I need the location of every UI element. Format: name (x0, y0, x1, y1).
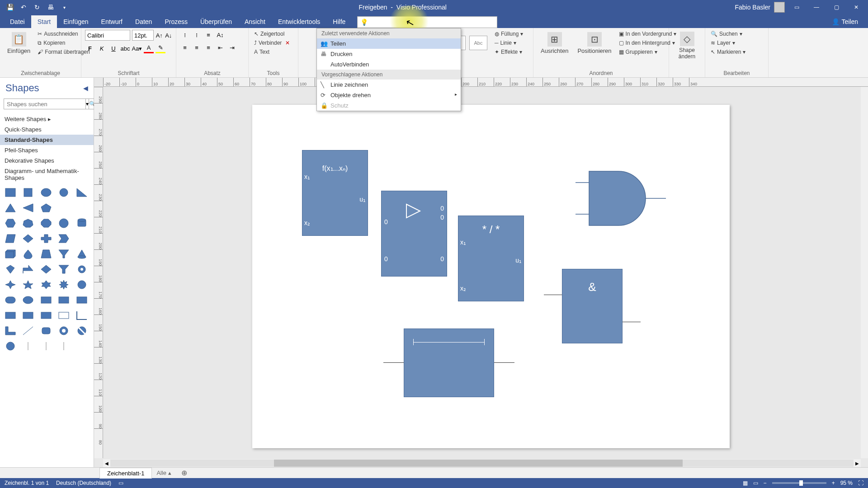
shape-diamond2[interactable] (39, 263, 53, 275)
shape-gear[interactable] (75, 263, 89, 275)
align-top-button[interactable]: ⫶ (180, 30, 190, 40)
underline-button[interactable]: U (108, 43, 118, 53)
highlight-button[interactable]: ✎ (156, 43, 165, 53)
cat-more-shapes[interactable]: Weitere Shapes ▸ (0, 114, 94, 124)
font-name-select[interactable] (85, 30, 130, 41)
shape-line1[interactable] (21, 340, 35, 352)
shape-cone[interactable] (75, 248, 89, 260)
bullets-button[interactable]: ≡ (203, 30, 213, 40)
position-button[interactable]: ⊡ Positionieren (574, 30, 615, 56)
shape-diag[interactable] (21, 325, 35, 337)
shapes-search-dropdown[interactable]: ▾ (86, 99, 89, 109)
shape-kite[interactable] (4, 263, 17, 275)
fill-button[interactable]: ◍Füllung ▾ (493, 30, 525, 38)
scroll-right-icon[interactable]: ▶ (854, 460, 861, 467)
change-shape-button[interactable]: ◇ Shape ändern (673, 30, 701, 61)
share-button[interactable]: 👤 Teilen (827, 15, 863, 28)
shape-parallelogram[interactable] (4, 233, 17, 244)
sheet-all[interactable]: Alle ▴ (152, 468, 175, 478)
zoom-value[interactable]: 95 % (840, 480, 853, 486)
shape-circle[interactable] (57, 187, 71, 198)
shape-star5[interactable] (21, 279, 35, 291)
shape-bevel2[interactable] (21, 310, 35, 321)
shape-cross[interactable] (39, 233, 53, 244)
dd-item-drucken[interactable]: 🖶Drucken (317, 49, 461, 59)
align-middle-button[interactable]: ⫶ (192, 30, 202, 40)
zoom-slider[interactable] (772, 482, 826, 484)
shape-filter[interactable] (57, 263, 71, 275)
connector-tool-button[interactable]: ⤴Verbinder✕ (252, 39, 294, 47)
status-language[interactable]: Deutsch (Deutschland) (56, 480, 111, 486)
style-swatch-2[interactable]: Abc (469, 36, 487, 50)
case-button[interactable]: Aa▾ (132, 43, 142, 53)
shape-corner[interactable] (75, 310, 89, 321)
shape-pentagon[interactable] (39, 202, 53, 214)
shape-line3[interactable] (57, 340, 71, 352)
user-avatar[interactable] (774, 2, 785, 13)
shape-star6[interactable] (39, 279, 53, 291)
shape-hexagon[interactable] (4, 217, 17, 229)
font-size-select[interactable] (132, 30, 154, 41)
decrease-font-button[interactable]: A↓ (165, 30, 173, 40)
shape-decagon[interactable] (57, 217, 71, 229)
effects-button[interactable]: ✦Effekte ▾ (493, 48, 525, 56)
shape-ellipse2[interactable] (21, 294, 35, 306)
fit-page-icon[interactable]: ⛶ (858, 480, 863, 486)
tab-hilfe[interactable]: Hilfe (326, 15, 352, 28)
align-left-button[interactable]: ≡ (180, 42, 190, 52)
scrollbar-horizontal[interactable]: ◀ ▶ (103, 459, 861, 467)
scroll-left-icon[interactable]: ◀ (103, 460, 110, 467)
align-right-button[interactable]: ≡ (203, 42, 213, 52)
dd-item-teilen[interactable]: 👥Teilen (317, 38, 461, 49)
scroll-h-thumb[interactable] (274, 460, 683, 467)
tab-start[interactable]: Start (31, 15, 57, 28)
cat-quick-shapes[interactable]: Quick-Shapes (0, 124, 94, 135)
cat-diagramm-shapes[interactable]: Diagramm- und Mathematik-Shapes (0, 166, 94, 183)
align-button[interactable]: ⊞ Ausrichten (537, 30, 572, 56)
shape-star-block[interactable]: * / * x₁ x₂ u₁ (458, 216, 524, 301)
tab-prozess[interactable]: Prozess (158, 15, 194, 28)
shape-chevron[interactable] (57, 233, 71, 244)
ribbon-options-button[interactable]: ▭ (788, 1, 805, 14)
tab-daten[interactable]: Daten (129, 15, 158, 28)
pointer-tool-button[interactable]: ↖Zeigertool (252, 30, 294, 38)
save-button[interactable]: 💾 (4, 1, 16, 14)
cat-pfeil-shapes[interactable]: Pfeil-Shapes (0, 145, 94, 155)
undo-button[interactable]: ↶ (17, 1, 30, 14)
shape-star8[interactable] (57, 279, 71, 291)
shape-frame[interactable] (57, 310, 71, 321)
tell-me-search[interactable]: 💡 (357, 16, 497, 28)
font-color-button[interactable]: A (144, 43, 154, 53)
redo-button[interactable]: ↻ (31, 1, 43, 14)
strikethrough-button[interactable]: abc (120, 43, 130, 53)
dd-item-linie[interactable]: ╲Linie zeichnen (317, 80, 461, 90)
shape-triangle[interactable] (4, 202, 17, 214)
shape-amp-block[interactable]: & (562, 269, 623, 343)
shape-cube[interactable] (4, 248, 17, 260)
cat-dekorative-shapes[interactable]: Dekorative Shapes (0, 155, 94, 166)
shape-ring[interactable] (57, 325, 71, 337)
shape-bevel3[interactable] (39, 310, 53, 321)
shape-l[interactable] (4, 325, 17, 337)
shape-star4[interactable] (4, 279, 17, 291)
shape-drop[interactable] (21, 248, 35, 260)
shape-line2[interactable] (39, 340, 53, 352)
shape-circle2[interactable] (4, 340, 17, 352)
qat-dropdown[interactable]: ▾ (58, 1, 71, 14)
select-button[interactable]: ↖Markieren ▾ (709, 48, 764, 56)
shape-rounded-rect[interactable] (4, 294, 17, 306)
canvas[interactable]: f(x₁...xₙ) x₁ x₂ u₁ 0 0 0 0 0 * / * (103, 87, 861, 458)
decrease-indent-button[interactable]: ⇤ (215, 42, 225, 52)
sheet-tab-1[interactable]: Zeichenblatt-1 (99, 468, 152, 479)
shape-can[interactable] (75, 217, 89, 229)
collapse-icon[interactable]: ◀ (83, 84, 88, 92)
tab-entwicklertools[interactable]: Entwicklertools (272, 15, 326, 28)
tab-entwurf[interactable]: Entwurf (95, 15, 129, 28)
shape-triangle-left[interactable] (21, 202, 35, 214)
italic-button[interactable]: K (97, 43, 107, 53)
search-button[interactable]: 🔍Suchen ▾ (709, 30, 764, 38)
shape-heptagon[interactable] (21, 217, 35, 229)
shape-rounded-sq[interactable] (39, 325, 53, 337)
shape-square[interactable] (21, 187, 35, 198)
increase-indent-button[interactable]: ⇥ (227, 42, 237, 52)
